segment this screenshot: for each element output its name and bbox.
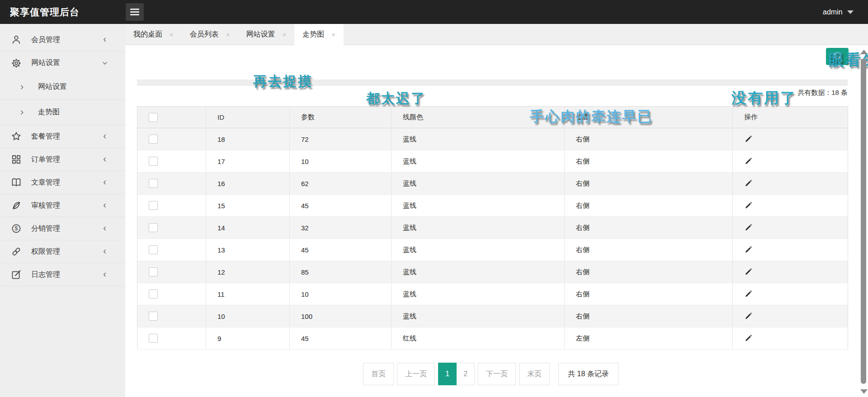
sidebar-item-分销管理[interactable]: $分销管理 bbox=[0, 217, 125, 240]
sidebar-item-订单管理[interactable]: 订单管理 bbox=[0, 148, 125, 171]
tab-网站设置[interactable]: 网站设置× bbox=[238, 24, 295, 45]
sidebar-item-label: 日志管理 bbox=[31, 270, 60, 280]
row-checkbox[interactable] bbox=[149, 157, 158, 166]
cell-param: 62 bbox=[290, 173, 392, 195]
sidebar-item-label: 审核管理 bbox=[31, 201, 60, 210]
sidebar-item-label: 权限管理 bbox=[31, 247, 60, 257]
chevron-right-icon bbox=[19, 84, 25, 90]
next-page-button[interactable]: 下一页 bbox=[478, 363, 516, 385]
cell-line_color: 红线 bbox=[392, 327, 565, 350]
cell-id: 18 bbox=[206, 128, 290, 150]
row-checkbox[interactable] bbox=[149, 135, 158, 144]
page-button-1[interactable]: 1 bbox=[438, 363, 457, 385]
dollar-icon: $ bbox=[11, 224, 21, 234]
row-checkbox[interactable] bbox=[149, 245, 158, 254]
edit-row-button[interactable] bbox=[744, 224, 848, 232]
sidebar-item-label: 网站设置 bbox=[31, 58, 60, 68]
edit-icon bbox=[11, 270, 21, 280]
sidebar-item-网站设置[interactable]: 网站设置 bbox=[0, 51, 125, 75]
sidebar-item-sub-走势图[interactable]: 走势图 bbox=[0, 100, 125, 125]
sidebar-item-套餐管理[interactable]: 套餐管理 bbox=[0, 125, 125, 148]
sidebar-item-label: 文章管理 bbox=[31, 178, 60, 187]
link-icon bbox=[11, 247, 21, 257]
column-header-线颜色: 线颜色 bbox=[392, 107, 565, 128]
svg-text:$: $ bbox=[14, 225, 18, 232]
sidebar-item-文章管理[interactable]: 文章管理 bbox=[0, 171, 125, 194]
table-row: 1432蓝线右侧 bbox=[137, 217, 848, 239]
cell-line_color: 蓝线 bbox=[392, 128, 565, 150]
cell-line_color: 蓝线 bbox=[392, 173, 565, 195]
tab-label: 网站设置 bbox=[246, 30, 275, 39]
edit-row-button[interactable] bbox=[744, 268, 848, 276]
scrollbar-thumb[interactable] bbox=[861, 59, 866, 384]
cell-position: 右侧 bbox=[565, 173, 733, 195]
sidebar-item-日志管理[interactable]: 日志管理 bbox=[0, 263, 125, 286]
refresh-button[interactable] bbox=[826, 48, 849, 65]
page: 聚享值管理后台 admin 会员管理网站设置网站设置走势图套餐管理订单管理文章管… bbox=[0, 0, 868, 397]
edit-row-button[interactable] bbox=[744, 135, 848, 143]
last-page-button[interactable]: 末页 bbox=[519, 363, 550, 385]
scroll-up-arrow-icon[interactable] bbox=[860, 50, 868, 54]
grid-icon bbox=[11, 154, 21, 164]
sidebar-item-审核管理[interactable]: 审核管理 bbox=[0, 194, 125, 217]
cell-param: 32 bbox=[290, 217, 392, 239]
table-row: 1110蓝线右侧 bbox=[137, 283, 848, 305]
panel-strip bbox=[137, 79, 848, 86]
row-checkbox[interactable] bbox=[149, 290, 158, 299]
table-row: 1662蓝线右侧 bbox=[137, 173, 848, 195]
sidebar-item-sub-网站设置[interactable]: 网站设置 bbox=[0, 75, 125, 100]
sidebar-item-会员管理[interactable]: 会员管理 bbox=[0, 28, 125, 51]
first-page-button[interactable]: 首页 bbox=[363, 363, 394, 385]
cell-position: 右侧 bbox=[565, 239, 733, 261]
cell-param: 45 bbox=[290, 195, 392, 217]
chevron-left-icon bbox=[102, 133, 108, 140]
edit-row-button[interactable] bbox=[744, 201, 848, 210]
edit-row-button[interactable] bbox=[744, 312, 848, 320]
row-checkbox[interactable] bbox=[149, 334, 158, 343]
cell-position: 左侧 bbox=[565, 327, 733, 350]
user-icon bbox=[11, 35, 21, 45]
cell-position: 右侧 bbox=[565, 305, 733, 327]
tab-bar: 我的桌面×会员列表×网站设置×走势图× bbox=[125, 24, 868, 45]
tab-我的桌面[interactable]: 我的桌面× bbox=[125, 24, 182, 45]
cell-line_color: 蓝线 bbox=[392, 217, 565, 239]
table-row: 1872蓝线右侧 bbox=[137, 128, 848, 150]
row-checkbox[interactable] bbox=[149, 179, 158, 188]
table-row: 1710蓝线右侧 bbox=[137, 150, 848, 173]
close-icon[interactable]: × bbox=[283, 31, 287, 38]
edit-row-button[interactable] bbox=[744, 157, 848, 165]
user-menu[interactable]: admin bbox=[823, 0, 854, 24]
cell-param: 10 bbox=[290, 150, 392, 173]
sidebar-toggle-button[interactable] bbox=[126, 3, 144, 21]
cell-id: 13 bbox=[206, 239, 290, 261]
chevron-right-icon bbox=[19, 109, 25, 116]
table-row: 1545蓝线右侧 bbox=[137, 195, 848, 217]
tab-走势图[interactable]: 走势图× bbox=[294, 24, 344, 45]
row-checkbox[interactable] bbox=[149, 223, 158, 232]
close-icon[interactable]: × bbox=[170, 31, 174, 38]
row-checkbox[interactable] bbox=[149, 267, 158, 276]
cell-param: 72 bbox=[290, 128, 392, 150]
edit-row-button[interactable] bbox=[744, 179, 848, 187]
cell-param: 100 bbox=[290, 305, 392, 327]
cell-id: 17 bbox=[206, 150, 290, 173]
close-icon[interactable]: × bbox=[226, 31, 230, 38]
row-checkbox[interactable] bbox=[149, 312, 158, 321]
scroll-down-arrow-icon[interactable] bbox=[860, 389, 868, 394]
sidebar-item-权限管理[interactable]: 权限管理 bbox=[0, 240, 125, 263]
table-row: 1345蓝线右侧 bbox=[137, 239, 848, 261]
edit-row-button[interactable] bbox=[744, 246, 848, 254]
cell-param: 85 bbox=[290, 261, 392, 283]
edit-row-button[interactable] bbox=[744, 290, 848, 298]
cell-position: 右侧 bbox=[565, 150, 733, 173]
page-button-2[interactable]: 2 bbox=[457, 363, 475, 385]
row-checkbox[interactable] bbox=[149, 201, 158, 210]
chevron-left-icon bbox=[102, 156, 108, 163]
audit-icon bbox=[11, 201, 21, 210]
prev-page-button[interactable]: 上一页 bbox=[397, 363, 435, 385]
sidebar-item-label: 走势图 bbox=[38, 107, 60, 117]
close-icon[interactable]: × bbox=[331, 31, 335, 38]
tab-会员列表[interactable]: 会员列表× bbox=[182, 24, 238, 45]
select-all-checkbox[interactable] bbox=[149, 113, 158, 122]
edit-row-button[interactable] bbox=[744, 334, 848, 342]
